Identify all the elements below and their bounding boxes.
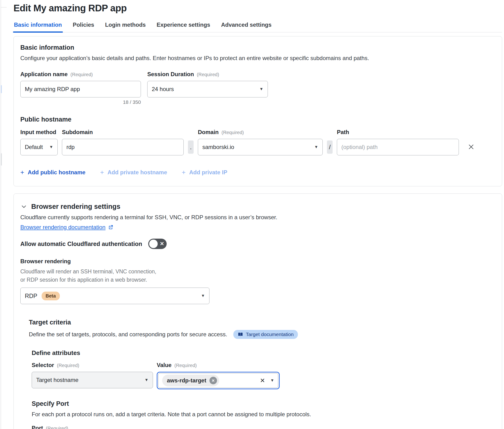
beta-badge: Beta (42, 292, 60, 300)
input-method-value: Default (25, 144, 43, 150)
clear-value-icon[interactable]: ✕ (260, 377, 265, 384)
define-attributes-heading: Define attributes (32, 349, 495, 357)
book-icon (238, 331, 243, 337)
browser-rendering-help-text: Cloudflare will render an SSH terminal, … (20, 268, 160, 284)
chevron-down-icon (20, 203, 27, 210)
chevron-down-icon: ▼ (201, 294, 205, 298)
selector-label: Selector (32, 362, 54, 368)
domain-value: samborski.io (202, 144, 234, 150)
browser-rendering-doc-link[interactable]: Browser rendering documentation (20, 224, 106, 231)
sidebar-rail-active-segment (1, 85, 2, 93)
basic-information-description: Configure your application’s basic detai… (20, 55, 495, 62)
input-method-select[interactable]: Default ▼ (20, 139, 58, 155)
value-multiselect[interactable]: aws-rdp-target ✕ ✕ ▼ (157, 372, 280, 389)
browser-rendering-value: RDP (25, 293, 37, 299)
toggle-off-x-icon: ✕ (160, 241, 164, 247)
dot-separator: . (188, 141, 194, 154)
browser-rendering-card: Browser rendering settings Cloudflare cu… (13, 193, 502, 429)
chevron-down-icon[interactable]: ▼ (270, 378, 274, 383)
add-private-ip-button[interactable]: + Add private IP (182, 169, 227, 176)
sidebar-rail-notch (0, 7, 7, 8)
application-name-required: (Required) (71, 72, 93, 77)
add-private-hostname-label: Add private hostname (107, 169, 167, 176)
main-content: Edit My amazing RDP app Basic informatio… (13, 0, 502, 429)
application-name-label: Application name (20, 71, 68, 78)
value-label: Value (157, 362, 172, 368)
target-criteria-heading: Target criteria (29, 319, 495, 326)
value-chip: aws-rdp-target ✕ (162, 375, 219, 386)
domain-select[interactable]: samborski.io ▼ (198, 139, 323, 155)
collapse-toggle-button[interactable] (20, 203, 27, 210)
chevron-down-icon: ▼ (314, 145, 318, 150)
close-icon (467, 143, 475, 151)
page-title: Edit My amazing RDP app (13, 3, 502, 13)
subdomain-input[interactable] (62, 139, 184, 155)
value-chip-label: aws-rdp-target (167, 377, 206, 384)
public-hostname-heading: Public hostname (20, 116, 495, 123)
chip-remove-icon[interactable]: ✕ (209, 377, 217, 384)
collapsed-sidebar-rail (0, 0, 1, 429)
add-private-ip-label: Add private IP (189, 169, 227, 176)
public-hostname-row: Input method Default ▼ Subdomain . Domai… (20, 129, 495, 155)
basic-information-heading: Basic information (20, 44, 495, 51)
plus-icon: + (100, 169, 104, 176)
browser-rendering-settings-heading: Browser rendering settings (31, 203, 120, 210)
browser-rendering-description: Cloudflare currently supports rendering … (20, 214, 495, 221)
cloudflared-auth-label: Allow automatic Cloudflared authenticati… (20, 241, 142, 247)
add-private-hostname-button[interactable]: + Add private hostname (100, 169, 167, 176)
browser-rendering-select[interactable]: RDP Beta ▼ (20, 287, 209, 304)
hostname-actions-row: + Add public hostname + Add private host… (20, 169, 495, 179)
target-documentation-label: Target documentation (246, 331, 294, 337)
session-duration-required: (Required) (197, 72, 219, 77)
session-duration-value: 24 hours (152, 86, 174, 92)
application-name-char-count: 18 / 350 (20, 99, 141, 105)
chevron-down-icon: ▼ (259, 87, 263, 91)
port-label: Port (32, 425, 43, 429)
domain-required: (Required) (221, 130, 244, 135)
subdomain-label: Subdomain (62, 129, 184, 135)
tab-basic-information[interactable]: Basic information (13, 21, 62, 32)
tab-experience-settings[interactable]: Experience settings (156, 21, 211, 32)
add-public-hostname-button[interactable]: + Add public hostname (20, 169, 85, 176)
target-criteria-description: Define the set of targets, protocols, an… (29, 331, 227, 338)
remove-hostname-button[interactable] (467, 143, 475, 151)
domain-label: Domain (198, 129, 219, 135)
tab-advanced-settings[interactable]: Advanced settings (221, 21, 272, 32)
basic-information-card: Basic information Configure your applica… (13, 36, 502, 186)
application-name-input[interactable] (20, 81, 141, 98)
chevron-down-icon: ▼ (49, 145, 53, 150)
chevron-down-icon: ▼ (144, 378, 149, 382)
tab-policies[interactable]: Policies (72, 21, 95, 32)
add-public-hostname-label: Add public hostname (28, 169, 85, 176)
target-criteria-section: Target criteria Define the set of target… (29, 319, 495, 429)
cloudflared-auth-toggle[interactable]: ✕ (148, 239, 167, 249)
target-documentation-badge[interactable]: Target documentation (233, 330, 298, 339)
path-input[interactable] (337, 139, 459, 155)
external-link-icon (108, 224, 114, 230)
tab-login-methods[interactable]: Login methods (105, 21, 146, 32)
plus-icon: + (20, 169, 24, 176)
browser-rendering-label: Browser rendering (20, 258, 495, 265)
selector-required: (Required) (57, 363, 79, 368)
toggle-knob (149, 240, 158, 248)
specify-port-heading: Specify Port (32, 400, 495, 408)
input-method-label: Input method (20, 129, 58, 135)
slash-separator: / (327, 141, 333, 154)
tab-bar: Basic information Policies Login methods… (13, 21, 502, 32)
session-duration-select[interactable]: 24 hours ▼ (147, 81, 268, 98)
port-required: (Required) (46, 426, 68, 429)
path-label: Path (337, 129, 459, 135)
sidebar-rail-grey-segment (1, 153, 2, 166)
value-required: (Required) (175, 363, 197, 368)
plus-icon: + (182, 169, 186, 176)
selector-select[interactable]: Target hostname ▼ (32, 372, 153, 388)
session-duration-label: Session Duration (147, 71, 194, 78)
selector-value: Target hostname (36, 377, 79, 383)
specify-port-description: For each port a protocol runs on, add a … (32, 411, 495, 418)
